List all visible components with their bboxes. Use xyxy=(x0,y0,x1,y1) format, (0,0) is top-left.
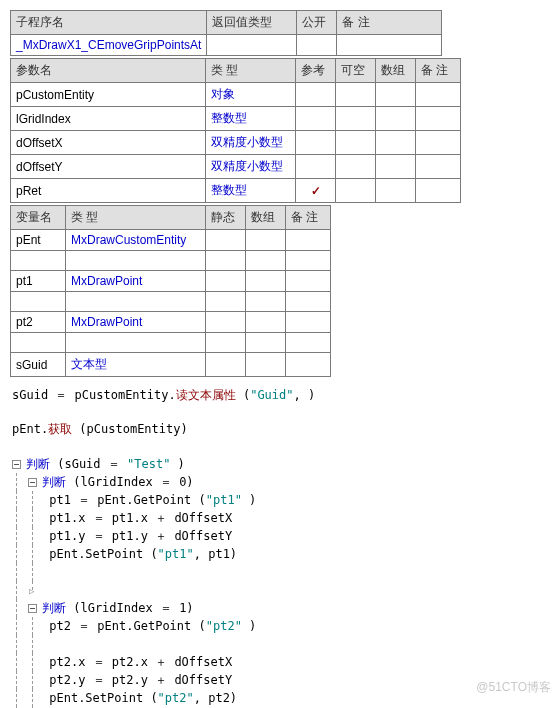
t2-h6: 备 注 xyxy=(416,59,461,83)
table-row[interactable]: pt1MxDrawPoint xyxy=(11,271,331,292)
table-row[interactable]: pEntMxDrawCustomEntity xyxy=(11,230,331,251)
t2-h4: 可空 xyxy=(336,59,376,83)
code-line[interactable]: 判断 (lGridIndex ＝ 0) xyxy=(10,473,549,491)
vars-table: 变量名 类 型 静态 数组 备 注 pEntMxDrawCustomEntity… xyxy=(10,205,331,377)
check-icon: ✓ xyxy=(296,179,336,203)
code-line[interactable] xyxy=(10,563,549,581)
code-line[interactable]: pt2.x ＝ pt2.x ＋ dOffsetX xyxy=(10,653,549,671)
table-row[interactable]: _MxDrawX1_CEmoveGripPointsAt xyxy=(11,35,442,56)
code-block: sGuid ＝ pCustomEntity.读文本属性 ("Guid", ) p… xyxy=(10,385,549,440)
code-line[interactable]: pt1.y ＝ pt1.y ＋ dOffsetY xyxy=(10,527,549,545)
collapse-icon[interactable] xyxy=(28,478,37,487)
t1-h4: 备 注 xyxy=(337,11,442,35)
t2-h5: 数组 xyxy=(376,59,416,83)
t3-h2: 类 型 xyxy=(66,206,206,230)
collapse-icon[interactable] xyxy=(12,460,21,469)
t2-h2: 类 型 xyxy=(206,59,296,83)
params-table: 参数名 类 型 参考 可空 数组 备 注 pCustomEntity对象 lGr… xyxy=(10,58,461,203)
code-line[interactable]: pt2.y ＝ pt2.y ＋ dOffsetY xyxy=(10,671,549,689)
code-line[interactable]: pt2 ＝ pEnt.GetPoint ("pt2" ) xyxy=(10,617,549,635)
code-line[interactable]: 判断 (lGridIndex ＝ 1) xyxy=(10,599,549,617)
table-row[interactable]: pCustomEntity对象 xyxy=(11,83,461,107)
collapse-icon[interactable] xyxy=(28,604,37,613)
code-line[interactable]: pEnt.SetPoint ("pt1", pt1) xyxy=(10,545,549,563)
table-row[interactable]: sGuid文本型 xyxy=(11,353,331,377)
code-line[interactable]: pEnt.获取 (pCustomEntity) xyxy=(12,419,549,441)
table-row[interactable]: dOffsetX双精度小数型 xyxy=(11,131,461,155)
table-row[interactable]: pRet整数型✓ xyxy=(11,179,461,203)
table-row[interactable] xyxy=(11,251,331,271)
t3-h4: 数组 xyxy=(246,206,286,230)
t3-h3: 静态 xyxy=(206,206,246,230)
code-line[interactable]: 判断 (sGuid ＝ "Test" ) xyxy=(10,455,549,473)
table-row[interactable] xyxy=(11,333,331,353)
t3-h5: 备 注 xyxy=(286,206,331,230)
t1-h1: 子程序名 xyxy=(11,11,207,35)
code-line[interactable] xyxy=(10,635,549,653)
table-row[interactable] xyxy=(11,292,331,312)
table-row[interactable]: dOffsetY双精度小数型 xyxy=(11,155,461,179)
code-line[interactable]: pt1.x ＝ pt1.x ＋ dOffsetX xyxy=(10,509,549,527)
t2-h1: 参数名 xyxy=(11,59,206,83)
code-line[interactable]: ▷ xyxy=(10,581,549,599)
sub-name: _MxDrawX1_CEmoveGripPointsAt xyxy=(11,35,207,56)
code-tree: 判断 (sGuid ＝ "Test" ) 判断 (lGridIndex ＝ 0)… xyxy=(10,455,549,708)
t3-h1: 变量名 xyxy=(11,206,66,230)
table-row[interactable]: pt2MxDrawPoint xyxy=(11,312,331,333)
t1-h2: 返回值类型 xyxy=(207,11,297,35)
t1-h3: 公开 xyxy=(297,11,337,35)
arrow-icon: ▷ xyxy=(29,586,34,596)
t2-h3: 参考 xyxy=(296,59,336,83)
table-row[interactable]: lGridIndex整数型 xyxy=(11,107,461,131)
subroutine-table: 子程序名 返回值类型 公开 备 注 _MxDrawX1_CEmoveGripPo… xyxy=(10,10,442,56)
code-line[interactable]: sGuid ＝ pCustomEntity.读文本属性 ("Guid", ) xyxy=(12,385,549,407)
code-line[interactable]: pEnt.SetPoint ("pt2", pt2) xyxy=(10,689,549,707)
watermark: @51CTO博客 xyxy=(476,679,551,696)
code-line[interactable]: pt1 ＝ pEnt.GetPoint ("pt1" ) xyxy=(10,491,549,509)
